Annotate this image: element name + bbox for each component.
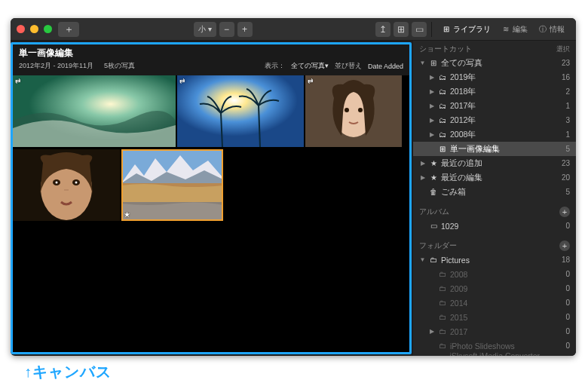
add-folder-button[interactable]: +: [559, 240, 570, 251]
star-icon: ★: [124, 210, 130, 219]
size-label: 小: [198, 24, 206, 35]
item-label: 2017年: [450, 101, 476, 112]
sidebar: ショートカット選択 ▼⊞全ての写真23▶🗂2019年16▶🗂2018年2▶🗂20…: [413, 41, 576, 356]
thumbnail-grid: ⇄⇄⇄ ★: [13, 75, 409, 352]
item-icon: ★: [429, 159, 438, 167]
item-label: 最近の追加: [441, 158, 482, 169]
item-label: 単一画像編集: [450, 144, 500, 155]
zoom-icon[interactable]: [44, 25, 52, 33]
titlebar: ＋ 小 ▾ − + ↥ ⊞ ▭ ⊞ ライブラリ ≋ 編集: [11, 18, 576, 41]
item-count: 5: [565, 188, 570, 196]
tree-row[interactable]: ▶🗂2012年3: [413, 113, 576, 127]
add-button[interactable]: ＋: [58, 22, 79, 37]
info-icon: ⓘ: [538, 24, 547, 35]
single-view-button[interactable]: ▭: [412, 22, 427, 37]
item-count: 23: [562, 159, 570, 167]
add-album-button[interactable]: +: [559, 207, 570, 217]
close-icon[interactable]: [17, 25, 25, 33]
disclosure-icon[interactable]: ▶: [428, 74, 435, 81]
folder-row[interactable]: 🗀20150: [413, 310, 576, 324]
item-label: 1029: [441, 222, 458, 231]
folder-row[interactable]: 🗀20140: [413, 296, 576, 310]
item-label: 2017: [450, 327, 467, 336]
item-label: iSkysoft iMedia Converter Delu…: [449, 351, 562, 357]
sliders-icon: ≋: [501, 25, 510, 33]
disclosure-icon[interactable]: ▼: [419, 256, 426, 263]
tab-library[interactable]: ⊞ ライブラリ: [436, 18, 496, 40]
share-button[interactable]: ↥: [375, 22, 390, 37]
item-icon: 🗂: [438, 130, 447, 139]
tab-info[interactable]: ⓘ 情報: [533, 18, 570, 40]
item-icon: 🗂: [438, 102, 447, 110]
tree-row[interactable]: ▶🗂2019年16: [413, 70, 576, 84]
disclosure-icon[interactable]: ▶: [419, 160, 426, 167]
size-minus-button[interactable]: −: [219, 22, 234, 37]
folder-row[interactable]: ▶🗀20170: [413, 324, 576, 338]
item-icon: ★: [429, 173, 438, 182]
item-icon: 🗂: [438, 116, 447, 124]
chevron-down-icon: ▾: [208, 25, 212, 33]
disclosure-icon[interactable]: ▶: [428, 88, 435, 95]
item-label: 2014: [450, 299, 467, 308]
item-icon: 🗀: [438, 327, 447, 335]
adjustments-icon: ⇄: [307, 77, 314, 84]
thumbnail-portrait-woman[interactable]: [13, 149, 120, 221]
disclosure-icon[interactable]: ▶: [428, 117, 435, 124]
size-plus-button[interactable]: +: [237, 22, 253, 37]
item-icon: ▭: [429, 222, 438, 230]
disclosure-icon[interactable]: ▶: [419, 174, 426, 181]
thumb-size-select[interactable]: 小 ▾: [194, 22, 216, 37]
canvas-title: 単一画像編集: [19, 47, 403, 60]
disclosure-icon[interactable]: ▶: [428, 328, 435, 335]
thumbnail-palm[interactable]: ⇄: [177, 75, 304, 147]
disclosure-icon[interactable]: ▶: [428, 103, 435, 109]
item-label: 2008: [450, 270, 467, 279]
minimize-icon[interactable]: [30, 25, 38, 33]
annotation-caption: ↑キャンバス: [11, 356, 577, 382]
sort-value[interactable]: Date Added: [368, 63, 403, 70]
tab-library-label: ライブラリ: [453, 24, 491, 35]
item-count: 0: [565, 313, 570, 321]
filter-select[interactable]: 全ての写真▾: [291, 61, 329, 71]
folder-row[interactable]: 🗀iSkysoft iMedia Converter Delu…0: [413, 353, 576, 356]
item-count: 16: [562, 73, 570, 81]
sidebar-tabs: ⊞ ライブラリ ≋ 編集 ⓘ 情報: [436, 18, 570, 40]
tab-edit[interactable]: ≋ 編集: [496, 18, 533, 40]
item-label: 2015: [450, 313, 467, 322]
item-label: 全ての写真: [441, 58, 482, 69]
thumbnail-portrait-girl[interactable]: ⇄: [305, 75, 402, 147]
adjustments-icon: ⇄: [14, 77, 22, 84]
tree-row[interactable]: ▼⊞全ての写真23: [413, 56, 576, 70]
tree-row[interactable]: ▶★最近の編集20: [413, 170, 576, 185]
folder-row[interactable]: 🗀20080: [413, 267, 576, 281]
item-count: 23: [562, 59, 570, 67]
item-count: 0: [565, 342, 570, 350]
folder-row[interactable]: 🗀20090: [413, 281, 576, 296]
album-row[interactable]: ▭10290: [413, 219, 576, 233]
disclosure-icon[interactable]: ▼: [419, 60, 426, 66]
item-icon: 🗀: [429, 256, 438, 264]
tree-row[interactable]: ▶🗂2008年1: [413, 127, 576, 142]
svg-point-10: [56, 182, 58, 184]
tree-row[interactable]: ⊞単一画像編集5: [413, 142, 576, 156]
item-label: 2009: [450, 284, 467, 293]
tree-row[interactable]: 🗑ごみ箱5: [413, 185, 576, 199]
photo-count: 5枚の写真: [104, 61, 135, 71]
folder-row[interactable]: ▼🗀Pictures18: [413, 253, 576, 267]
thumbnail-mountains[interactable]: ★: [121, 149, 223, 221]
item-count: 1: [565, 102, 570, 110]
item-label: 2018年: [450, 87, 476, 97]
shortcuts-header: ショートカット選択: [413, 41, 576, 56]
folder-header: フォルダー+: [413, 237, 576, 253]
tab-info-label: 情報: [550, 24, 565, 35]
item-count: 0: [565, 327, 570, 335]
thumbnail-wave[interactable]: ⇄: [13, 75, 176, 147]
item-count: 18: [562, 256, 570, 264]
tree-row[interactable]: ▶★最近の追加23: [413, 156, 576, 170]
tree-row[interactable]: ▶🗂2017年1: [413, 99, 576, 113]
sort-label: 並び替え: [335, 61, 362, 71]
tree-row[interactable]: ▶🗂2018年2: [413, 84, 576, 99]
item-label: 最近の編集: [441, 173, 482, 183]
grid-view-button[interactable]: ⊞: [394, 22, 409, 37]
disclosure-icon[interactable]: ▶: [428, 131, 435, 138]
